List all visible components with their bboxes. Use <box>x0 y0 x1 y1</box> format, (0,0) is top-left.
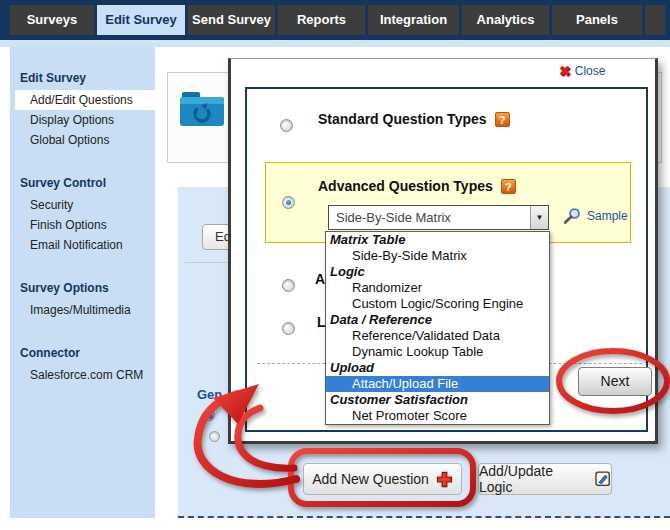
sidebar-section-connector: Connector <box>20 346 155 360</box>
dropdown-group-header: Upload <box>326 360 549 376</box>
sidebar-section-edit-survey: Edit Survey <box>20 71 155 85</box>
sidebar-item-finish-options[interactable]: Finish Options <box>10 215 155 235</box>
tab-reports[interactable]: Reports <box>278 5 365 35</box>
sample-link[interactable]: Sample <box>562 207 628 225</box>
tab-surveys[interactable]: Surveys <box>10 5 94 35</box>
hidden-option-radio-1[interactable] <box>282 279 295 292</box>
dropdown-option[interactable]: Custom Logic/Scoring Engine <box>326 296 549 312</box>
dropdown-option[interactable]: Reference/Validated Data <box>326 328 549 344</box>
close-button[interactable]: ✖ Close <box>559 63 605 79</box>
sidebar-section-survey-control: Survey Control <box>20 176 155 190</box>
dropdown-option[interactable]: Net Promoter Score <box>326 408 549 424</box>
tab-partial[interactable] <box>645 5 665 35</box>
advanced-types-text: Advanced Question Types <box>318 178 493 194</box>
dropdown-group-header: Customer Satisfaction <box>326 392 549 408</box>
logic-icon[interactable] <box>595 471 611 487</box>
nav-tabs: Surveys Edit Survey Send Survey Reports … <box>10 5 665 35</box>
add-update-logic-button[interactable]: Add/Update Logic <box>478 463 612 495</box>
restore-folder-icon[interactable] <box>178 86 226 134</box>
sample-label: Sample <box>587 209 628 223</box>
dropdown-option[interactable]: Randomizer <box>326 280 549 296</box>
hidden-option-radio-2[interactable] <box>282 322 295 335</box>
dropdown-group-header: Logic <box>326 264 549 280</box>
standard-help-icon[interactable]: ? <box>495 112 510 127</box>
close-icon[interactable]: ✖ <box>559 63 571 79</box>
sidebar-item-display-options[interactable]: Display Options <box>10 110 155 130</box>
tab-panels[interactable]: Panels <box>552 5 642 35</box>
add-new-question-button[interactable]: Add New Question <box>303 463 462 495</box>
next-button[interactable]: Next <box>578 367 652 396</box>
general-radio-selected[interactable] <box>204 410 215 421</box>
sidebar-item-email-notification[interactable]: Email Notification <box>10 235 155 255</box>
standard-types-radio[interactable] <box>280 119 293 132</box>
general-radio-2[interactable] <box>209 431 220 442</box>
sidebar-item-salesforce-crm[interactable]: Salesforce.com CRM <box>10 365 155 385</box>
add-update-logic-label: Add/Update Logic <box>479 463 588 495</box>
add-question-modal: ✖ Close Standard Question Types ? Advanc… <box>228 58 658 444</box>
advanced-types-label[interactable]: Advanced Question Types ? <box>318 178 516 194</box>
dropdown-option[interactable]: Side-By-Side Matrix <box>326 248 549 264</box>
top-nav: Surveys Edit Survey Send Survey Reports … <box>0 0 670 40</box>
dropdown-option-highlighted[interactable]: Attach/Upload File <box>326 376 549 392</box>
sample-magnifier-icon[interactable] <box>562 207 582 225</box>
dropdown-group-header: Matrix Table <box>326 232 549 248</box>
standard-types-text: Standard Question Types <box>318 111 487 127</box>
header-strip <box>0 40 670 47</box>
tab-edit-survey[interactable]: Edit Survey <box>97 5 185 35</box>
select-value: Side-By-Side Matrix <box>329 210 530 225</box>
tab-send-survey[interactable]: Send Survey <box>188 5 275 35</box>
dropdown-group-header: Data / Reference <box>326 312 549 328</box>
sidebar-item-images-multimedia[interactable]: Images/Multimedia <box>10 300 155 320</box>
question-type-dropdown-list: Matrix Table Side-By-Side Matrix Logic R… <box>325 231 550 425</box>
sidebar-item-security[interactable]: Security <box>10 195 155 215</box>
close-label: Close <box>575 64 606 78</box>
select-dropdown-arrow-icon[interactable]: ▼ <box>530 206 548 229</box>
sidebar-item-add-edit-questions[interactable]: Add/Edit Questions <box>15 90 155 110</box>
sidebar-section-survey-options: Survey Options <box>20 281 155 295</box>
advanced-help-icon[interactable]: ? <box>501 179 516 194</box>
tab-integration[interactable]: Integration <box>368 5 459 35</box>
sidebar: Edit Survey Add/Edit Questions Display O… <box>10 47 155 518</box>
advanced-type-select[interactable]: Side-By-Side Matrix ▼ <box>328 205 549 230</box>
tab-analytics[interactable]: Analytics <box>462 5 549 35</box>
add-new-question-label: Add New Question <box>312 471 429 487</box>
dropdown-option[interactable]: Dynamic Lookup Table <box>326 344 549 360</box>
advanced-types-radio[interactable] <box>282 196 295 209</box>
standard-types-label[interactable]: Standard Question Types ? <box>318 111 510 127</box>
sidebar-item-global-options[interactable]: Global Options <box>10 130 155 150</box>
page: Surveys Edit Survey Send Survey Reports … <box>0 0 670 530</box>
add-plus-icon[interactable] <box>436 471 453 488</box>
folder-refresh-icon <box>178 86 226 134</box>
general-heading-fragment: Gen <box>197 387 222 402</box>
